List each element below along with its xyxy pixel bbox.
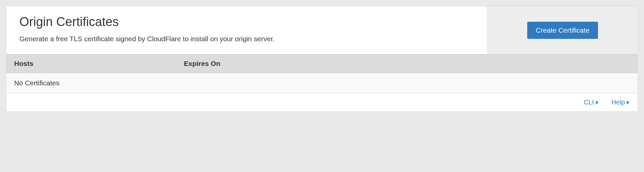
cli-link-label: CLI	[584, 99, 594, 106]
help-link[interactable]: Help	[611, 99, 629, 106]
certificates-table-header: Hosts Expires On	[6, 54, 638, 73]
empty-state-text: No Certificates	[14, 79, 60, 87]
card-header-action: Create Certificate	[487, 6, 638, 54]
origin-certificates-card: Origin Certificates Generate a free TLS …	[6, 6, 638, 112]
card-header-text: Origin Certificates Generate a free TLS …	[6, 6, 487, 54]
caret-right-icon	[627, 100, 629, 104]
card-title: Origin Certificates	[19, 15, 474, 29]
certificates-table-body: No Certificates	[6, 73, 638, 93]
create-certificate-button[interactable]: Create Certificate	[527, 22, 598, 39]
column-header-expires: Expires On	[177, 60, 638, 68]
cli-link[interactable]: CLI	[584, 99, 598, 106]
help-link-label: Help	[611, 99, 625, 106]
card-footer: CLI Help	[6, 93, 638, 111]
card-subtitle: Generate a free TLS certificate signed b…	[19, 35, 474, 43]
card-header: Origin Certificates Generate a free TLS …	[6, 6, 638, 54]
caret-right-icon	[596, 100, 598, 104]
column-header-hosts: Hosts	[6, 60, 177, 68]
